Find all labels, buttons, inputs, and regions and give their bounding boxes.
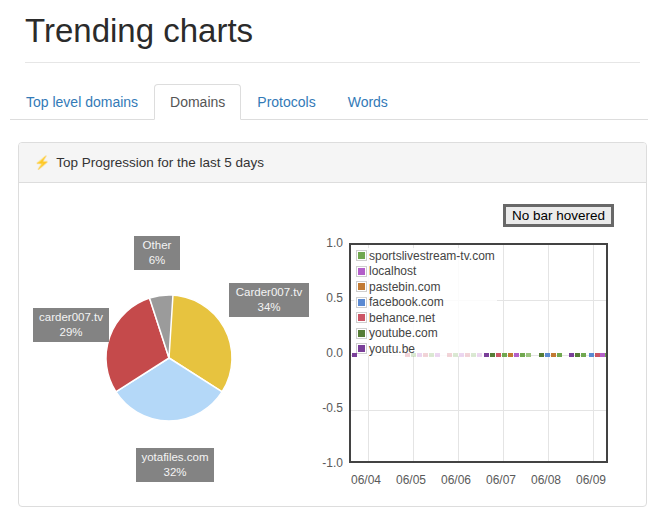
gridline-horizontal (351, 410, 606, 411)
bar-chart-plot-area[interactable]: sportslivestream-tv.comlocalhostpastebin… (349, 243, 608, 463)
bar[interactable] (484, 353, 489, 357)
bar[interactable] (605, 353, 608, 357)
legend-label: facebook.com (369, 295, 444, 309)
bar[interactable] (429, 353, 434, 357)
y-axis-tick-label: 1.0 (307, 236, 343, 250)
y-axis-tick-label: 0.0 (307, 346, 343, 360)
bar[interactable] (539, 353, 544, 357)
pie-label-percent: 6% (139, 253, 175, 268)
legend-item: youtube.com (356, 327, 495, 340)
y-axis-tick-label: -1.0 (307, 456, 343, 470)
bar[interactable] (453, 353, 458, 357)
tab-domains[interactable]: Domains (154, 84, 241, 120)
legend-swatch-icon (356, 343, 367, 354)
y-axis-tick-label: 0.5 (307, 291, 343, 305)
y-axis-tick-label: -0.5 (307, 401, 343, 415)
legend-label: sportslivestream-tv.com (369, 249, 495, 263)
pie-label-name: carder007.tv (38, 310, 104, 325)
x-axis-tick-label: 06/04 (341, 473, 391, 487)
pie-label-percent: 32% (141, 465, 209, 480)
pie-label-name: Other (139, 238, 175, 253)
chart-legend: sportslivestream-tv.comlocalhostpastebin… (354, 248, 497, 356)
bar[interactable] (423, 353, 428, 357)
x-axis-tick-label: 06/06 (431, 473, 481, 487)
bar[interactable] (459, 353, 464, 357)
legend-label: localhost (369, 264, 416, 278)
bar[interactable] (435, 353, 440, 357)
bar[interactable] (352, 353, 357, 357)
bar[interactable] (502, 353, 507, 357)
bar[interactable] (557, 353, 562, 357)
pie-label-carder007-tv-upper: Carder007.tv 34% (229, 283, 309, 317)
page-title: Trending charts (25, 12, 253, 50)
bar[interactable] (417, 353, 422, 357)
pie-label-name: Carder007.tv (234, 285, 304, 300)
tabs-nav: Top level domains Domains Protocols Word… (10, 84, 648, 120)
legend-swatch-icon (356, 266, 367, 277)
top-progression-panel: ⚡Top Progression for the last 5 days Car… (18, 142, 647, 507)
bar[interactable] (465, 353, 470, 357)
title-divider (25, 62, 640, 63)
legend-swatch-icon (356, 250, 367, 261)
bar[interactable] (526, 353, 531, 357)
bar[interactable] (581, 353, 586, 357)
pie-label-percent: 34% (234, 300, 304, 315)
bar[interactable] (575, 353, 580, 357)
bar[interactable] (471, 353, 476, 357)
bar[interactable] (514, 353, 519, 357)
legend-item: sportslivestream-tv.com (356, 249, 495, 262)
bar[interactable] (496, 353, 501, 357)
x-axis-tick-label: 06/07 (476, 473, 526, 487)
legend-label: youtube.com (369, 326, 438, 340)
x-axis-tick-label: 06/05 (386, 473, 436, 487)
lightning-bolt-icon: ⚡ (34, 155, 50, 170)
panel-heading: ⚡Top Progression for the last 5 days (19, 143, 646, 183)
legend-swatch-icon (356, 312, 367, 323)
pie-label-other: Other 6% (134, 236, 180, 270)
legend-item: facebook.com (356, 296, 495, 309)
legend-label: pastebin.com (369, 280, 440, 294)
bar[interactable] (569, 353, 574, 357)
legend-label: behance.net (369, 311, 435, 325)
panel-body: Carder007.tv 34% yotafiles.com 32% carde… (19, 183, 646, 506)
legend-swatch-icon (356, 328, 367, 339)
legend-item: behance.net (356, 311, 495, 324)
x-axis-tick-label: 06/09 (566, 473, 616, 487)
tab-words[interactable]: Words (332, 84, 404, 120)
bar[interactable] (447, 353, 452, 357)
legend-swatch-icon (356, 281, 367, 292)
pie-label-name: yotafiles.com (141, 450, 209, 465)
legend-item: localhost (356, 265, 495, 278)
tab-top-level-domains[interactable]: Top level domains (10, 84, 154, 120)
bar[interactable] (545, 353, 550, 357)
bar[interactable] (411, 353, 416, 357)
trending-charts-page: Trending charts Top level domains Domain… (0, 0, 665, 521)
legend-swatch-icon (356, 297, 367, 308)
bar[interactable] (520, 353, 525, 357)
no-bar-hovered-box: No bar hovered (503, 204, 614, 227)
tab-protocols[interactable]: Protocols (241, 84, 331, 120)
pie-label-percent: 29% (38, 325, 104, 340)
bar[interactable] (477, 353, 482, 357)
bar[interactable] (490, 353, 495, 357)
bar[interactable] (551, 353, 556, 357)
x-axis-tick-label: 06/08 (521, 473, 571, 487)
bar[interactable] (508, 353, 513, 357)
legend-item: pastebin.com (356, 280, 495, 293)
pie-label-yotafiles: yotafiles.com 32% (136, 448, 214, 482)
bar[interactable] (589, 353, 594, 357)
pie-label-carder007-tv-lower: carder007.tv 29% (33, 308, 109, 342)
bar[interactable] (405, 353, 410, 357)
panel-heading-label: Top Progression for the last 5 days (56, 155, 264, 170)
